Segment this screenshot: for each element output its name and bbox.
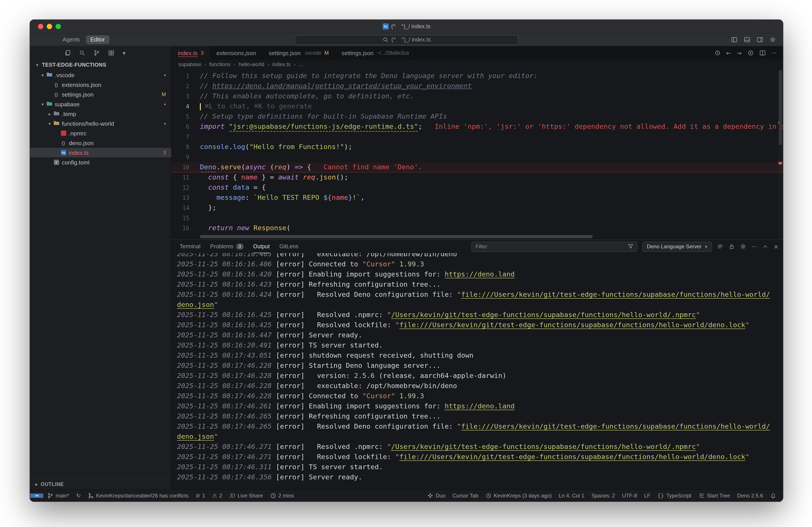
zoom-window-button[interactable]	[56, 24, 61, 29]
files-icon[interactable]	[64, 50, 71, 56]
split-editor-icon[interactable]	[759, 50, 766, 56]
source-control-icon[interactable]	[93, 50, 100, 56]
chevron-down-icon: ▾	[47, 121, 53, 126]
editor-tab-index-ts[interactable]: index.ts3	[172, 46, 210, 60]
output-channel-select[interactable]: Deno Language Server ▾	[642, 241, 712, 252]
layout-panel-icon[interactable]	[744, 36, 750, 43]
breadcrumb-item-functions[interactable]: functions	[209, 61, 231, 67]
chevron-down-icon[interactable]: ▾	[123, 50, 126, 56]
log-line: 2025-11-25 08:16:16.406 [error] Connecte…	[177, 259, 783, 269]
code-line-1: 1// Follow this setup guide to integrate…	[172, 71, 783, 81]
search-icon	[382, 36, 388, 43]
more-icon[interactable]: ···	[771, 50, 777, 56]
log-link[interactable]: file:///Users/kevin/git/test-edge-functi…	[461, 291, 770, 299]
status-encoding[interactable]: UTF-8	[619, 490, 640, 501]
tree-item-settings-json[interactable]: {}settings.jsonM	[30, 90, 171, 99]
outline-label: OUTLINE	[41, 481, 64, 487]
filter-input[interactable]	[475, 243, 625, 250]
status-git-branch[interactable]: main*	[44, 493, 72, 499]
breadcrumb-item-index-ts[interactable]: index.ts	[273, 61, 291, 67]
status-cursor-tab[interactable]: Cursor Tab	[449, 490, 481, 501]
history-icon[interactable]	[714, 50, 721, 56]
tree-item-temp[interactable]: ▸.temp	[30, 109, 171, 119]
folder-icon	[53, 110, 60, 118]
log-link[interactable]: https://deno.land	[445, 270, 514, 278]
status-sync[interactable]: ↻	[73, 493, 84, 499]
nav-forward-icon[interactable]: →	[737, 50, 742, 56]
log-line: 2025-11-25 08:16:16.425 [error] Resolved…	[177, 310, 783, 320]
warning-icon: ⚠	[212, 493, 217, 499]
code-editor[interactable]: 1// Follow this setup guide to integrate…	[172, 69, 783, 239]
search-icon[interactable]	[79, 50, 85, 56]
log-link[interactable]: file:///Users/kevin/git/test-edge-functi…	[400, 453, 745, 461]
text-cursor	[200, 103, 201, 110]
toml-file-icon: T	[53, 159, 60, 166]
outline-section[interactable]: ▸ OUTLINE	[30, 478, 171, 490]
log-link[interactable]: /Users/kevin/git/test-edge-functions/sup…	[391, 311, 696, 319]
layout-right-icon[interactable]	[757, 36, 763, 43]
status-eol[interactable]: LF	[641, 490, 653, 501]
horizontal-scrollbar[interactable]	[200, 235, 593, 238]
lock-icon[interactable]	[728, 243, 735, 250]
status-timer[interactable]: 2 mins	[267, 493, 297, 499]
word-wrap-icon[interactable]	[717, 243, 723, 250]
panel-tab-problems[interactable]: Problems3	[210, 240, 244, 253]
code-line-8: 8console.log("Hello from Functions!");	[172, 142, 783, 152]
command-center-search[interactable]: (^ゝ°)_/ index.ts	[294, 35, 518, 45]
breadcrumb-item-supabase[interactable]: supabase	[178, 61, 201, 67]
status-problems-warnings[interactable]: ⚠2	[209, 493, 225, 499]
status-notifications[interactable]	[767, 490, 779, 501]
panel-tab-output[interactable]: Output	[253, 240, 270, 253]
status-live-share[interactable]: Live Share	[226, 493, 266, 499]
status-deno-version[interactable]: Deno 2.5.6	[734, 490, 766, 501]
close-icon[interactable]: ×	[773, 243, 779, 250]
log-line: 2025-11-25 08:17:43.051 [error] shutdown…	[177, 351, 783, 361]
filter-icon[interactable]	[627, 243, 634, 250]
log-link[interactable]: /Users/kevin/git/test-edge-functions/sup…	[391, 443, 696, 451]
breadcrumb-item-[interactable]: ...	[299, 61, 303, 67]
close-window-button[interactable]	[38, 24, 43, 29]
tree-item-deno-json[interactable]: {}deno.json	[30, 138, 171, 148]
status-git-blame[interactable]: KevinKreps (3 days ago)	[482, 490, 555, 501]
editor-tab-settings-json-29a9e3ca[interactable]: settings.json~/.../29a9e3ca	[335, 46, 416, 60]
tree-item-config-toml[interactable]: Tconfig.toml	[30, 157, 171, 167]
log-link[interactable]: file:///Users/kevin/git/test-edge-functi…	[400, 321, 745, 329]
status-indentation[interactable]: Spaces: 2	[588, 490, 618, 501]
tree-item-npmrc[interactable]: .npmrc	[30, 128, 171, 138]
run-icon[interactable]	[748, 50, 754, 56]
panel-tab-terminal[interactable]: Terminal	[179, 240, 201, 253]
status-merge-conflicts[interactable]: KevinKreps/danceable#26 has conflicts	[85, 493, 192, 499]
editor-tab-settings-json-vscode[interactable]: settings.json.vscodeM	[263, 46, 335, 60]
log-link[interactable]: file:///Users/kevin/git/test-edge-functi…	[461, 422, 770, 431]
nav-back-icon[interactable]: ←	[726, 50, 731, 56]
gear-icon[interactable]	[770, 36, 776, 43]
log-link[interactable]: deno.json	[177, 433, 214, 440]
status-duo[interactable]: Duo	[424, 490, 449, 501]
log-link[interactable]: deno.json	[177, 301, 214, 309]
explorer-root[interactable]: ▾ TEST-EDGE-FUNCTIONS	[30, 60, 171, 70]
minimize-window-button[interactable]	[47, 24, 52, 29]
gear-icon[interactable]	[740, 243, 746, 250]
tree-item-extensions-json[interactable]: {}extensions.json	[30, 80, 171, 90]
editor-tab-extensions-json[interactable]: extensions.json	[210, 46, 263, 60]
extensions-icon[interactable]	[108, 50, 114, 56]
tree-item-supabase[interactable]: ▾supabase•	[30, 99, 171, 109]
panel-tab-gitlens[interactable]: GitLens	[279, 240, 298, 253]
more-icon[interactable]: ···	[751, 243, 757, 250]
mode-tab-agents[interactable]: Agents	[58, 35, 84, 44]
status-cursor-position[interactable]: Ln 4, Col 1	[555, 490, 588, 501]
status-start-tree[interactable]: Start Tree	[695, 490, 733, 501]
status-language-mode[interactable]: {}TypeScript	[654, 490, 694, 501]
tree-item-vscode[interactable]: ▾.vscode•	[30, 70, 171, 80]
tree-item-functions-hello-world[interactable]: ▾functions/hello-world•	[30, 119, 171, 128]
mode-tab-editor[interactable]: Editor	[86, 35, 109, 44]
log-link[interactable]: https://deno.land	[445, 402, 514, 410]
tree-item-index-ts[interactable]: TSindex.ts3	[30, 148, 171, 157]
status-problems-errors[interactable]: ⊘1	[192, 493, 208, 499]
layout-sidebar-icon[interactable]	[731, 36, 737, 43]
output-log[interactable]: 2025-11-25 08:16:16.405 [error] executab…	[172, 253, 783, 490]
vertical-scrollbar[interactable]	[779, 70, 782, 145]
chevron-up-icon[interactable]	[762, 243, 768, 250]
remote-indicator[interactable]: ><	[30, 494, 43, 498]
breadcrumb-item-hello-world[interactable]: hello-world	[239, 61, 264, 67]
